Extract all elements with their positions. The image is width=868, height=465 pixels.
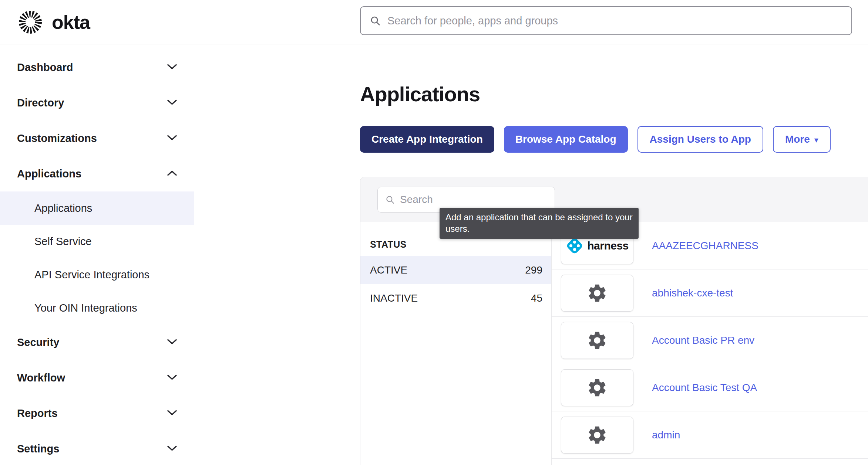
sidebar-item-applications[interactable]: Applications: [0, 156, 194, 191]
search-icon: [385, 195, 395, 204]
chevron-down-icon: [167, 135, 177, 140]
sidebar-subitem-applications[interactable]: Applications: [0, 191, 194, 225]
filter-label: INACTIVE: [370, 292, 418, 304]
chevron-down-icon: [167, 410, 177, 415]
tooltip: Add an application that can be assigned …: [440, 208, 639, 239]
sidebar-nav: Dashboard Directory Customizations Appli…: [0, 44, 194, 465]
okta-admin-console: okta Dashboard Directory Customizations …: [0, 0, 868, 465]
global-search-input[interactable]: [387, 15, 842, 27]
sidebar-item-workflow[interactable]: Workflow: [0, 360, 194, 396]
chevron-down-icon: [167, 99, 177, 105]
app-name-link[interactable]: abhishek-cxe-test: [652, 287, 733, 299]
applications-panel: STATUS ACTIVE299INACTIVE45 harnessAAAZEE…: [360, 177, 868, 465]
app-row: Account Basic PR env: [552, 317, 868, 364]
harness-logo-icon: harness: [566, 237, 629, 255]
create-app-integration-button[interactable]: Create App Integration: [360, 126, 494, 153]
button-label: Assign Users to App: [650, 133, 751, 145]
app-logo-tile: [561, 322, 633, 359]
status-filter-rows: ACTIVE299INACTIVE45: [360, 256, 551, 312]
global-search: [360, 6, 852, 35]
app-name-link[interactable]: admin: [652, 429, 680, 441]
filter-label: ACTIVE: [370, 264, 407, 276]
app-logo-cell: [552, 269, 643, 316]
sidebar-subitem-label: Your OIN Integrations: [34, 302, 137, 314]
okta-logo[interactable]: okta: [18, 0, 90, 44]
sidebar-subitem-api-service-integrations[interactable]: API Service Integrations: [0, 258, 194, 291]
sidebar-subitem-label: Applications: [34, 202, 92, 214]
app-name-cell: Account Basic Test QA: [643, 364, 868, 411]
chevron-up-icon: [167, 170, 177, 176]
caret-down-icon: ▾: [814, 136, 818, 144]
app-logo-cell: [552, 317, 643, 364]
sidebar-item-label: Applications: [17, 168, 81, 180]
chevron-down-icon: [167, 64, 177, 69]
chevron-down-icon: [167, 339, 177, 344]
harness-mark-icon: [566, 237, 583, 255]
filter-count: 45: [531, 292, 542, 304]
sidebar-subitem-your-oin-integrations[interactable]: Your OIN Integrations: [0, 291, 194, 325]
assign-users-to-app-button[interactable]: Assign Users to App: [637, 126, 763, 153]
gear-icon: [586, 377, 608, 398]
app-row: Account Basic Test QA: [552, 364, 868, 411]
sidebar-subitem-self-service[interactable]: Self Service: [0, 225, 194, 258]
sidebar-item-security[interactable]: Security: [0, 325, 194, 360]
gear-icon: [586, 330, 608, 351]
filter-row-active[interactable]: ACTIVE299: [360, 256, 551, 284]
filter-count: 299: [525, 264, 542, 276]
app-name-cell: abhishek-cxe-test: [643, 269, 868, 316]
app-list: harnessAAAZEECGHARNESSabhishek-cxe-testA…: [552, 222, 868, 465]
chevron-down-icon: [167, 445, 177, 451]
app-logo-tile: [561, 275, 633, 312]
chevron-down-icon: [167, 374, 177, 380]
okta-spinner-icon: [18, 10, 42, 34]
button-label: More: [785, 133, 810, 145]
sidebar-item-label: Settings: [17, 443, 59, 455]
app-name-link[interactable]: Account Basic PR env: [652, 335, 754, 346]
sidebar-subitem-label: API Service Integrations: [34, 269, 149, 281]
gear-icon: [586, 424, 608, 446]
filter-row-inactive[interactable]: INACTIVE45: [360, 284, 551, 312]
app-name-link[interactable]: Account Basic Test QA: [652, 382, 757, 394]
app-row: abhishek-cxe-test: [552, 269, 868, 317]
sidebar-item-dashboard[interactable]: Dashboard: [0, 50, 194, 85]
app-logo-tile: [561, 417, 633, 454]
topbar: okta: [0, 0, 868, 44]
sidebar-item-customizations[interactable]: Customizations: [0, 121, 194, 156]
okta-wordmark: okta: [52, 11, 90, 33]
app-row: admin: [552, 411, 868, 459]
page-title: Applications: [360, 82, 480, 106]
sidebar-item-label: Security: [17, 336, 59, 349]
app-name-cell: Account Basic PR env: [643, 317, 868, 364]
sidebar-item-directory[interactable]: Directory: [0, 85, 194, 121]
button-label: Browse App Catalog: [515, 133, 616, 145]
app-logo-cell: [552, 364, 643, 411]
app-search-input[interactable]: [400, 194, 547, 206]
status-filter-header: STATUS: [360, 239, 551, 256]
sidebar-subitem-label: Self Service: [34, 235, 92, 248]
status-filter: STATUS ACTIVE299INACTIVE45: [360, 222, 552, 465]
app-logo-cell: [552, 411, 643, 458]
sidebar-item-label: Directory: [17, 97, 64, 109]
action-buttons: Create App IntegrationBrowse App Catalog…: [360, 126, 831, 153]
sidebar-item-label: Customizations: [17, 132, 97, 145]
harness-logo-text: harness: [587, 240, 629, 252]
button-label: Create App Integration: [371, 133, 483, 145]
sidebar-item-reports[interactable]: Reports: [0, 396, 194, 431]
search-icon: [370, 15, 381, 26]
panel-body: STATUS ACTIVE299INACTIVE45 harnessAAAZEE…: [360, 222, 868, 465]
sidebar-item-label: Workflow: [17, 372, 65, 384]
sidebar-item-settings[interactable]: Settings: [0, 431, 194, 465]
app-logo-tile: [561, 369, 633, 406]
app-name-cell: admin: [643, 411, 868, 458]
gear-icon: [586, 282, 608, 304]
sidebar-item-label: Reports: [17, 407, 58, 420]
more-button[interactable]: More▾: [773, 126, 831, 153]
app-name-link[interactable]: AAAZEECGHARNESS: [652, 240, 758, 252]
app-name-cell: AAAZEECGHARNESS: [643, 222, 868, 269]
browse-app-catalog-button[interactable]: Browse App Catalog: [504, 126, 628, 153]
sidebar-item-label: Dashboard: [17, 61, 73, 74]
